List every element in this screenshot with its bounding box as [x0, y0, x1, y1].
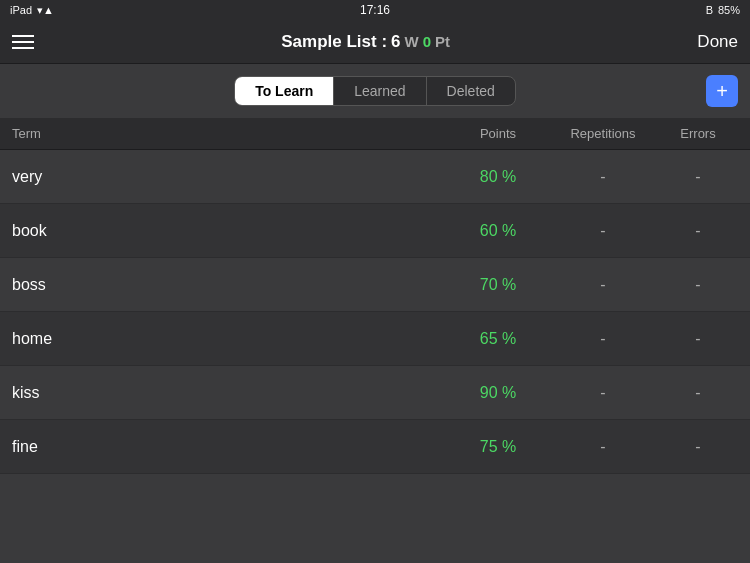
- cell-errors: -: [658, 276, 738, 294]
- zero-count: 0: [423, 33, 431, 50]
- cell-repetitions: -: [548, 330, 658, 348]
- cell-term: very: [12, 168, 448, 186]
- cell-errors: -: [658, 168, 738, 186]
- cell-points: 65 %: [448, 330, 548, 348]
- tab-learned[interactable]: Learned: [334, 77, 426, 105]
- list-name: Sample List :: [281, 32, 387, 52]
- cell-repetitions: -: [548, 384, 658, 402]
- nav-bar: Sample List : 6 W 0 Pt Done: [0, 20, 750, 64]
- cell-repetitions: -: [548, 276, 658, 294]
- device-label: iPad: [10, 4, 32, 16]
- done-button[interactable]: Done: [697, 32, 738, 52]
- status-bar-left: iPad ▾▲: [10, 4, 54, 17]
- word-count: 6: [391, 32, 400, 52]
- header-errors: Errors: [658, 126, 738, 141]
- tab-row: To Learn Learned Deleted +: [0, 64, 750, 118]
- cell-points: 75 %: [448, 438, 548, 456]
- cell-errors: -: [658, 438, 738, 456]
- hamburger-line-1: [12, 35, 34, 37]
- cell-term: kiss: [12, 384, 448, 402]
- table-row[interactable]: book 60 % - -: [0, 204, 750, 258]
- cell-repetitions: -: [548, 222, 658, 240]
- table-row[interactable]: kiss 90 % - -: [0, 366, 750, 420]
- menu-button[interactable]: [12, 35, 34, 49]
- cell-errors: -: [658, 384, 738, 402]
- cell-points: 70 %: [448, 276, 548, 294]
- table-row[interactable]: very 80 % - -: [0, 150, 750, 204]
- cell-term: boss: [12, 276, 448, 294]
- cell-errors: -: [658, 222, 738, 240]
- tab-deleted[interactable]: Deleted: [427, 77, 515, 105]
- tab-group: To Learn Learned Deleted: [234, 76, 516, 106]
- status-bar: iPad ▾▲ 17:16 B 85%: [0, 0, 750, 20]
- table-header: Term Points Repetitions Errors: [0, 118, 750, 150]
- pt-label: Pt: [435, 33, 450, 50]
- cell-term: home: [12, 330, 448, 348]
- cell-term: fine: [12, 438, 448, 456]
- table-row[interactable]: boss 70 % - -: [0, 258, 750, 312]
- wifi-icon: ▾▲: [37, 4, 54, 17]
- header-points: Points: [448, 126, 548, 141]
- cell-repetitions: -: [548, 168, 658, 186]
- hamburger-line-2: [12, 41, 34, 43]
- add-button[interactable]: +: [706, 75, 738, 107]
- hamburger-line-3: [12, 47, 34, 49]
- cell-term: book: [12, 222, 448, 240]
- w-label: W: [405, 33, 419, 50]
- table-row[interactable]: home 65 % - -: [0, 312, 750, 366]
- header-term: Term: [12, 126, 448, 141]
- table-body: very 80 % - - book 60 % - - boss 70 % - …: [0, 150, 750, 474]
- table-row[interactable]: fine 75 % - -: [0, 420, 750, 474]
- cell-repetitions: -: [548, 438, 658, 456]
- cell-points: 90 %: [448, 384, 548, 402]
- cell-points: 80 %: [448, 168, 548, 186]
- bluetooth-icon: B: [706, 4, 713, 16]
- nav-bar-title: Sample List : 6 W 0 Pt: [281, 32, 450, 52]
- status-bar-time: 17:16: [360, 3, 390, 17]
- status-bar-right: B 85%: [706, 4, 740, 16]
- header-repetitions: Repetitions: [548, 126, 658, 141]
- battery-label: 85%: [718, 4, 740, 16]
- cell-points: 60 %: [448, 222, 548, 240]
- tab-to-learn[interactable]: To Learn: [235, 77, 334, 105]
- nav-bar-left: [12, 35, 34, 49]
- cell-errors: -: [658, 330, 738, 348]
